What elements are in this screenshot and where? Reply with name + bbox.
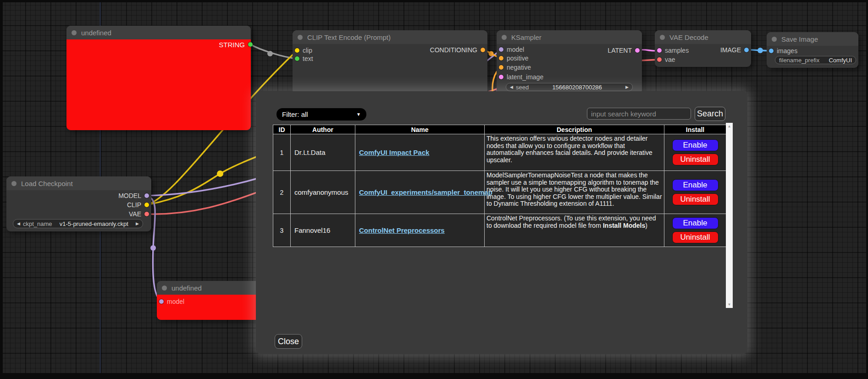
uninstall-button[interactable]: Uninstall	[672, 154, 719, 165]
extension-link[interactable]: ComfyUI_experiments/sampler_tonemap	[359, 188, 492, 196]
node-title-bar[interactable]: VAE Decode	[655, 30, 751, 44]
collapse-dot-icon[interactable]	[660, 35, 665, 40]
output-slot-conditioning[interactable]: CONDITIONING	[430, 46, 485, 54]
slot-dot-latent-image[interactable]	[499, 75, 503, 79]
filter-select[interactable]: Filter: all ▼	[276, 108, 366, 121]
scroll-down-icon[interactable]: ▼	[728, 301, 731, 308]
slot-dot-clip[interactable]	[295, 48, 299, 53]
slot-dot-model-in[interactable]	[159, 299, 164, 304]
node-title-bar[interactable]: CLIP Text Encode (Prompt)	[293, 30, 487, 44]
enable-button[interactable]: Enable	[672, 139, 719, 151]
slot-dot-model[interactable]	[499, 47, 503, 52]
ckpt-name-widget[interactable]: ◀ ckpt_name v1-5-pruned-emaonly.ckpt ▶	[13, 219, 143, 228]
output-slot-clip[interactable]: CLIP	[127, 201, 149, 209]
enable-button[interactable]: Enable	[672, 179, 719, 191]
node-save-image[interactable]: Save Image images filename_prefix ComfyU…	[767, 32, 858, 68]
slot-dot-model-out[interactable]	[144, 193, 149, 198]
node-title-bar[interactable]: Save Image	[767, 32, 858, 46]
close-button[interactable]: Close	[275, 334, 302, 349]
node-undefined-top[interactable]: undefined STRING	[66, 26, 251, 130]
widget-value[interactable]: 156680208700286	[552, 84, 602, 91]
node-load-checkpoint[interactable]: Load Checkpoint MODEL CLIP VAE ◀ ckpt_na…	[6, 176, 151, 231]
input-slot-model[interactable]: model	[499, 45, 524, 54]
node-title-bar[interactable]: KSampler	[497, 30, 642, 44]
input-slot-text[interactable]: text	[295, 55, 313, 63]
collapse-dot-icon[interactable]	[298, 35, 303, 40]
input-slot-negative[interactable]: negative	[499, 63, 531, 71]
slot-dot-vae[interactable]	[657, 57, 662, 62]
cell-description: ControlNet Preprocessors. (To use this e…	[485, 214, 664, 247]
decrement-arrow-icon[interactable]: ◀	[510, 85, 513, 89]
output-slot-vae[interactable]: VAE	[129, 210, 149, 218]
widget-value[interactable]: ComfyUI	[829, 57, 852, 64]
input-slot-latent-image[interactable]: latent_image	[499, 73, 543, 81]
slot-dot-image[interactable]	[744, 48, 749, 52]
cell-install: Enable Uninstall	[664, 214, 726, 247]
slot-dot-images[interactable]	[769, 49, 774, 53]
table-row: 1 Dr.Lt.Data ComfyUI Impact Pack This ex…	[273, 134, 726, 171]
node-title-bar[interactable]: undefined	[157, 281, 260, 295]
uninstall-button[interactable]: Uninstall	[672, 231, 719, 243]
slot-dot-negative[interactable]	[499, 65, 503, 70]
slot-dot-positive[interactable]	[499, 56, 503, 60]
scroll-up-icon[interactable]: ▲	[728, 123, 731, 130]
decrement-arrow-icon[interactable]: ◀	[17, 222, 20, 226]
seed-widget[interactable]: ◀ seed 156680208700286 ▶	[506, 83, 633, 91]
slot-dot-clip-out[interactable]	[144, 203, 149, 207]
cell-id: 1	[273, 134, 291, 171]
table-scrollbar[interactable]: ▲ ▼	[726, 123, 733, 308]
input-slot-images[interactable]: images	[769, 47, 797, 55]
input-slot-vae[interactable]: vae	[657, 55, 675, 64]
node-title-bar[interactable]: Load Checkpoint	[6, 176, 151, 190]
node-clip-text-encode[interactable]: CLIP Text Encode (Prompt) clip text COND…	[293, 30, 487, 94]
cell-description: ModelSamplerTonemapNoiseTest a node that…	[485, 171, 664, 214]
enable-button[interactable]: Enable	[672, 217, 719, 229]
input-slot-model-bottom[interactable]: model	[159, 297, 184, 306]
reroute-dot-string[interactable]	[267, 51, 273, 56]
header-name: Name	[355, 125, 485, 134]
cell-author: comfyanonymous	[291, 171, 355, 214]
collapse-dot-icon[interactable]	[11, 181, 17, 186]
filename-prefix-widget[interactable]: filename_prefix ComfyUI	[775, 56, 856, 64]
slot-dot-samples[interactable]	[657, 48, 662, 53]
reroute-dot-model[interactable]	[150, 245, 156, 251]
uninstall-button[interactable]: Uninstall	[672, 193, 719, 205]
node-title-bar[interactable]: undefined	[66, 26, 251, 39]
slot-label: latent_image	[507, 73, 543, 81]
collapse-dot-icon[interactable]	[772, 37, 777, 42]
reroute-dot-clip[interactable]	[217, 170, 223, 177]
widget-value[interactable]: v1-5-pruned-emaonly.ckpt	[60, 220, 128, 227]
search-button[interactable]: Search	[695, 107, 725, 121]
extension-link[interactable]: ComfyUI Impact Pack	[359, 148, 429, 156]
node-title: undefined	[81, 29, 111, 37]
slot-dot-latent[interactable]	[635, 48, 640, 53]
output-slot-model[interactable]: MODEL	[118, 192, 149, 200]
slot-label: negative	[507, 64, 531, 71]
node-title: Load Checkpoint	[21, 180, 73, 187]
node-vae-decode[interactable]: VAE Decode samples vae IMAGE	[655, 30, 751, 67]
collapse-dot-icon[interactable]	[162, 286, 167, 291]
node-undefined-bottom[interactable]: undefined model	[157, 281, 260, 320]
output-slot-image[interactable]: IMAGE	[720, 46, 749, 54]
node-ksampler[interactable]: KSampler model positive negative latent_…	[497, 30, 642, 94]
slot-dot-string[interactable]	[248, 42, 253, 47]
search-input[interactable]	[587, 108, 691, 120]
slot-dot-vae-out[interactable]	[144, 212, 149, 216]
reroute-dot-image[interactable]	[757, 48, 763, 53]
extension-link[interactable]: ControlNet Preprocessors	[359, 226, 445, 234]
increment-arrow-icon[interactable]: ▶	[625, 85, 629, 89]
input-slot-clip[interactable]: clip	[295, 46, 312, 55]
collapse-dot-icon[interactable]	[502, 35, 507, 40]
collapse-dot-icon[interactable]	[72, 30, 77, 35]
input-slot-samples[interactable]: samples	[657, 46, 689, 55]
output-slot-latent[interactable]: LATENT	[608, 46, 640, 55]
increment-arrow-icon[interactable]: ▶	[136, 222, 139, 226]
slot-label: clip	[303, 47, 312, 54]
slot-label: MODEL	[118, 192, 141, 199]
slot-dot-conditioning[interactable]	[481, 48, 485, 52]
slot-dot-text[interactable]	[295, 56, 299, 61]
output-slot-string[interactable]: STRING	[219, 40, 253, 49]
input-slot-positive[interactable]: positive	[499, 54, 528, 62]
reroute-dot-conditioning[interactable]	[489, 51, 494, 56]
header-author: Author	[291, 125, 355, 134]
